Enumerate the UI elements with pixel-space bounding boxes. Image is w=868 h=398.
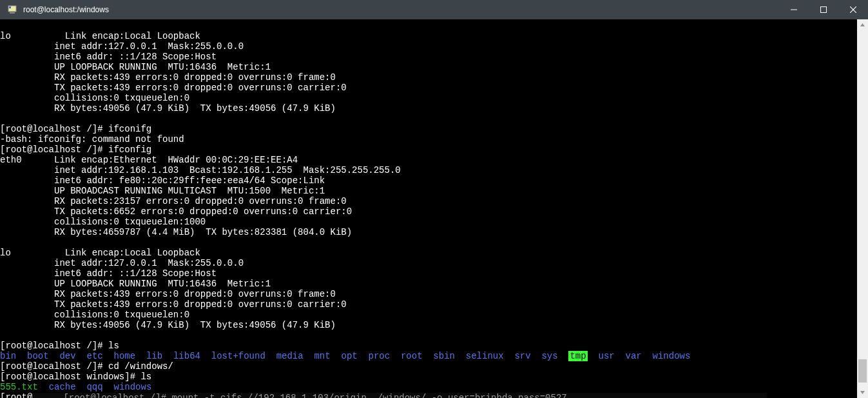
output-line: lo Link encap:Local Loopback <box>0 248 200 258</box>
output-line: collisions:0 txqueuelen:0 <box>0 310 189 320</box>
ls-output: bin boot dev etc home lib lib64 lost+fou… <box>0 351 690 361</box>
output-line: inet addr:192.168.1.103 Bcast:192.168.1.… <box>0 165 401 175</box>
output-line: RX bytes:49056 (47.9 KiB) TX bytes:49056… <box>0 320 336 330</box>
output-line <box>0 237 5 248</box>
output-line <box>0 330 5 341</box>
window-title: root@localhost:/windows <box>21 5 779 14</box>
background-text: [root@localhost /]# mount -t cifs //192.… <box>32 393 767 398</box>
prompt-line: [root@localhost /]# ifconifg <box>0 124 151 134</box>
output-line: TX packets:439 errors:0 dropped:0 overru… <box>0 299 347 310</box>
prompt-line: [root@localhost /]# ls <box>0 341 119 351</box>
output-line: inet addr:127.0.0.1 Mask:255.0.0.0 <box>0 41 244 52</box>
window-controls <box>779 0 868 19</box>
svg-marker-8 <box>860 391 865 394</box>
output-line: inet addr:127.0.0.1 Mask:255.0.0.0 <box>0 258 244 268</box>
terminal[interactable]: lo Link encap:Local Loopback inet addr:1… <box>0 19 868 398</box>
output-line: collisions:0 txqueuelen:1000 <box>0 217 206 227</box>
titlebar: root@localhost:/windows <box>0 0 868 19</box>
output-line <box>0 114 5 124</box>
output-line: -bash: ifconifg: command not found <box>0 134 184 144</box>
scrollbar[interactable] <box>857 19 868 398</box>
output-line: lo Link encap:Local Loopback <box>0 31 200 41</box>
terminal-output[interactable]: lo Link encap:Local Loopback inet addr:1… <box>0 19 857 398</box>
output-line: UP BROADCAST RUNNING MULTICAST MTU:1500 … <box>0 186 325 196</box>
scroll-down-button[interactable] <box>857 387 868 398</box>
output-line: RX bytes:49056 (47.9 KiB) TX bytes:49056… <box>0 103 336 114</box>
svg-rect-4 <box>821 7 827 13</box>
scrollbar-thumb[interactable] <box>858 359 867 383</box>
output-line: inet6 addr: ::1/128 Scope:Host <box>0 268 217 279</box>
output-line: TX packets:439 errors:0 dropped:0 overru… <box>0 83 347 93</box>
output-line: UP LOOPBACK RUNNING MTU:16436 Metric:1 <box>0 279 271 289</box>
output-line: RX packets:439 errors:0 dropped:0 overru… <box>0 289 336 299</box>
svg-rect-2 <box>9 6 11 8</box>
scroll-up-button[interactable] <box>857 19 868 30</box>
output-line: inet6 addr: fe80::20c:29ff:feee:eea4/64 … <box>0 175 325 186</box>
scrollbar-track[interactable] <box>857 30 868 387</box>
maximize-button[interactable] <box>809 0 838 19</box>
prompt-line: [root@localhost windows]# ls <box>0 372 151 382</box>
close-button[interactable] <box>838 0 868 19</box>
svg-rect-1 <box>10 12 15 14</box>
output-line: RX bytes:4659787 (4.4 MiB) TX bytes:8233… <box>0 227 352 237</box>
prompt-line: [root@localhost /]# ifconfig <box>0 144 151 155</box>
output-line: UP LOOPBACK RUNNING MTU:16436 Metric:1 <box>0 62 271 72</box>
output-line: RX packets:23157 errors:0 dropped:0 over… <box>0 196 347 206</box>
output-line: RX packets:439 errors:0 dropped:0 overru… <box>0 72 336 83</box>
output-line: collisions:0 txqueuelen:0 <box>0 93 189 103</box>
svg-marker-7 <box>860 23 865 26</box>
output-line: inet6 addr: ::1/128 Scope:Host <box>0 52 217 62</box>
prompt-line: [root@localhost /]# cd /windows/ <box>0 361 173 372</box>
output-line: eth0 Link encap:Ethernet HWaddr 00:0C:29… <box>0 155 298 165</box>
minimize-button[interactable] <box>779 0 809 19</box>
output-line: TX packets:6652 errors:0 dropped:0 overr… <box>0 206 352 217</box>
ls-output: 555.txt cache qqq windows <box>0 382 151 392</box>
putty-icon <box>4 5 21 14</box>
